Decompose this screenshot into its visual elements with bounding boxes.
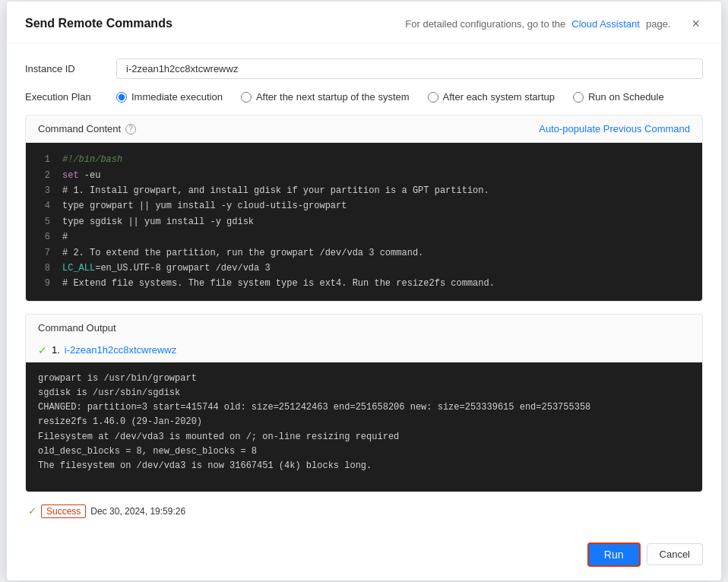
help-icon[interactable]: ? (125, 124, 136, 134)
dialog-header: Send Remote Commands For detailed config… (7, 2, 721, 43)
dialog-body: Instance ID Execution Plan Immediate exe… (7, 43, 721, 533)
code-line-6: 6 # (38, 229, 690, 245)
success-badge: Success (41, 505, 86, 518)
radio-schedule[interactable]: Run on Schedule (573, 91, 664, 103)
header-note-text: For detailed configurations, go to the (405, 18, 565, 30)
code-line-8: 8 LC_ALL=en_US.UTF-8 growpart /dev/vda 3 (38, 261, 690, 276)
execution-plan-radio-group: Immediate execution After the next start… (116, 91, 703, 103)
auto-populate-link[interactable]: Auto-populate Previous Command (539, 123, 690, 134)
execution-plan-label: Execution Plan (25, 91, 116, 103)
code-line-5: 5 type sgdisk || yum install -y gdisk (38, 214, 690, 229)
command-output-section: Command Output ✓ 1. i-2zean1h2cc8xtcwrew… (25, 314, 703, 492)
code-line-3: 3 # 1. Install growpart, and install gdi… (38, 183, 690, 198)
output-instance-num: 1. (52, 344, 60, 356)
command-content-section: Command Content ? Auto-populate Previous… (25, 115, 703, 302)
code-line-1: 1 #!/bin/bash (38, 152, 690, 167)
radio-each-startup[interactable]: After each system startup (428, 91, 555, 103)
command-output-header: Command Output (26, 315, 702, 341)
code-line-9: 9 # Extend file systems. The file system… (38, 276, 690, 291)
command-content-title: Command Content ? (38, 123, 136, 134)
radio-next-startup-label: After the next startup of the system (256, 91, 410, 103)
code-line-2: 2 set -eu (38, 168, 690, 183)
status-time: Dec 30, 2024, 19:59:26 (90, 506, 185, 517)
radio-next-startup[interactable]: After the next startup of the system (241, 91, 410, 103)
radio-immediate-label: Immediate execution (131, 91, 223, 103)
command-content-header: Command Content ? Auto-populate Previous… (26, 115, 702, 143)
radio-each-startup-label: After each system startup (443, 91, 555, 103)
code-editor[interactable]: 1 #!/bin/bash 2 set -eu 3 # 1. Install g… (26, 143, 702, 301)
check-icon: ✓ (38, 344, 47, 356)
command-output-title: Command Output (38, 322, 116, 334)
output-instance-row: ✓ 1. i-2zean1h2cc8xtcwrewwz (26, 341, 702, 362)
radio-schedule-label: Run on Schedule (588, 91, 664, 103)
instance-id-label: Instance ID (25, 63, 116, 74)
terminal-output: growpart is /usr/bin/growpart sgdisk is … (26, 362, 702, 492)
output-instance-link[interactable]: i-2zean1h2cc8xtcwrewwz (65, 344, 176, 356)
instance-id-input[interactable] (116, 59, 703, 79)
status-check-icon: ✓ (28, 505, 36, 517)
close-button[interactable]: × (688, 15, 703, 32)
cloud-assistant-link[interactable]: Cloud Assistant (571, 18, 640, 30)
execution-plan-row: Execution Plan Immediate execution After… (25, 91, 703, 103)
cancel-button[interactable]: Cancel (647, 543, 703, 565)
dialog-title: Send Remote Commands (25, 17, 173, 30)
run-button[interactable]: Run (587, 542, 641, 567)
status-row: ✓ Success Dec 30, 2024, 19:59:26 (25, 505, 703, 518)
dialog-footer: Run Cancel (7, 533, 721, 580)
code-line-4: 4 type growpart || yum install -y cloud-… (38, 198, 690, 214)
header-note-suffix: page. (646, 18, 671, 30)
radio-immediate[interactable]: Immediate execution (116, 91, 223, 103)
send-remote-commands-dialog: Send Remote Commands For detailed config… (7, 2, 721, 580)
dialog-header-note: For detailed configurations, go to the C… (405, 15, 703, 32)
instance-id-row: Instance ID (25, 59, 703, 79)
code-line-7: 7 # 2. To extend the partition, run the … (38, 245, 690, 261)
